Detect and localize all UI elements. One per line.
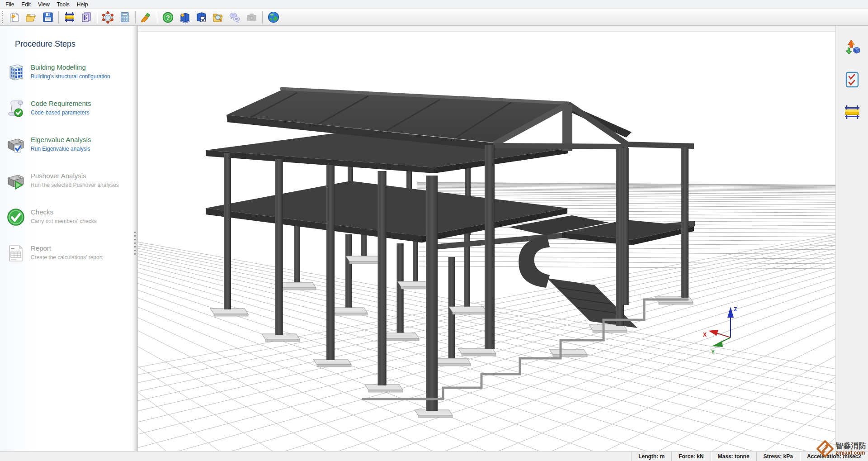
new-file-button[interactable] <box>6 10 23 24</box>
status-force-units: Force: kN <box>671 451 710 461</box>
open-file-button[interactable] <box>23 10 39 24</box>
examples-button[interactable] <box>193 10 210 24</box>
axis-x-label: X <box>703 332 707 338</box>
calculator-icon <box>119 11 131 23</box>
axes-cube-icon <box>844 38 861 56</box>
step-title: Eigenvalue Analysis <box>31 136 91 143</box>
step-eigenvalue-analysis[interactable]: Eigenvalue Analysis Run Eigenvalue analy… <box>0 131 132 158</box>
axis-y-label: Y <box>711 349 715 355</box>
toolbar-grip[interactable] <box>1 11 4 24</box>
tutorial-button[interactable] <box>176 10 193 24</box>
camera-icon <box>245 11 258 24</box>
step-pushover-analysis[interactable]: Pushover Analysis Run the selected Pusho… <box>0 167 132 195</box>
step-subtitle: Carry out members' checks <box>31 218 97 224</box>
toolbar-separator <box>97 11 97 24</box>
website-button[interactable] <box>265 10 282 24</box>
step-title: Building Modelling <box>31 63 110 71</box>
member-section-button[interactable] <box>843 103 862 122</box>
frame-section-button[interactable] <box>61 10 78 24</box>
model-magnifier-icon <box>102 11 114 24</box>
step-title: Pushover Analysis <box>31 172 119 180</box>
step-code-requirements[interactable]: Code Requirements Code-based parameters <box>0 95 132 122</box>
checks-icon <box>6 208 25 227</box>
panel-title: Procedure Steps <box>15 39 132 49</box>
search-button[interactable] <box>210 10 226 24</box>
scroll-check-icon <box>6 99 25 118</box>
model-viewer-button[interactable] <box>99 10 116 24</box>
main-content: Procedure Steps Building Modelling <box>0 26 868 451</box>
book-check-icon <box>195 11 208 24</box>
report-icon <box>6 244 25 263</box>
chat-bubbles-icon <box>229 11 241 24</box>
step-title: Report <box>31 244 103 252</box>
checklist-button[interactable] <box>843 70 862 89</box>
calculator-button[interactable] <box>116 10 133 24</box>
repaint-button[interactable] <box>138 10 155 24</box>
step-title: Checks <box>31 208 97 216</box>
document-frame-icon <box>80 11 92 23</box>
checklist-icon <box>844 71 860 88</box>
step-title: Code Requirements <box>31 100 91 107</box>
toolbar-separator <box>58 11 59 24</box>
status-stress-units: Stress: kPa <box>756 451 800 461</box>
menu-view[interactable]: View <box>34 0 53 9</box>
step-building-modelling[interactable]: Building Modelling Building's structural… <box>0 59 132 86</box>
step-subtitle: Building's structural configuration <box>31 73 110 80</box>
splitter-grip[interactable] <box>134 232 136 255</box>
new-file-icon <box>9 11 20 23</box>
toolbar-separator <box>135 11 136 24</box>
step-subtitle: Run Eigenvalue analysis <box>31 146 91 152</box>
panel-splitter[interactable] <box>132 26 138 451</box>
status-mass-units: Mass: tonne <box>711 451 756 461</box>
svg-text:?: ? <box>166 14 170 21</box>
report-preview-button[interactable] <box>78 10 94 24</box>
save-button[interactable] <box>39 10 56 24</box>
book-star-icon <box>179 11 191 24</box>
building-icon <box>6 63 25 82</box>
procedure-steps-panel: Procedure Steps Building Modelling <box>0 26 132 451</box>
save-icon <box>42 11 54 23</box>
beam-section-icon <box>844 105 861 120</box>
status-bar: Length: m Force: kN Mass: tonne Stress: … <box>0 451 868 461</box>
frame-section-icon <box>64 11 75 23</box>
menu-edit[interactable]: Edit <box>18 0 34 9</box>
axis-z-label: Z <box>734 306 737 313</box>
step-report[interactable]: Report Create the calculations' report <box>0 240 132 267</box>
step-subtitle: Code-based parameters <box>31 109 91 116</box>
viewport-header-strip <box>138 26 835 32</box>
analysis-run-icon <box>6 171 25 190</box>
step-checks[interactable]: Checks Carry out members' checks <box>0 204 132 231</box>
help-icon: ? <box>162 11 174 24</box>
step-subtitle: Run the selected Pushover analyses <box>31 182 119 188</box>
step-subtitle: Create the calculations' report <box>31 254 103 261</box>
status-acceleration-units: Acceleration: m/sec2 <box>800 451 868 461</box>
paintbrush-icon <box>140 11 152 24</box>
analysis-check-icon <box>6 135 25 154</box>
menu-bar: File Edit View Tools Help <box>0 0 868 9</box>
globe-icon <box>267 11 280 24</box>
feedback-button[interactable] <box>226 10 243 24</box>
help-button[interactable]: ? <box>160 10 176 24</box>
view-toolbar <box>835 26 868 451</box>
building-model-scene[interactable]: Z X Y <box>138 32 835 451</box>
viewport-3d[interactable]: Z X Y <box>138 26 835 451</box>
folder-search-icon <box>212 11 224 24</box>
menu-help[interactable]: Help <box>73 0 92 9</box>
status-length-units: Length: m <box>631 451 671 461</box>
menu-tools[interactable]: Tools <box>53 0 73 9</box>
open-folder-icon <box>25 11 37 23</box>
main-toolbar: ? <box>0 9 868 26</box>
slab-level1 <box>206 181 567 242</box>
snapshot-button[interactable] <box>243 10 260 24</box>
orientation-axes-button[interactable] <box>843 38 862 57</box>
toolbar-separator <box>157 11 157 24</box>
toolbar-separator <box>262 11 263 24</box>
menu-file[interactable]: File <box>2 0 18 9</box>
